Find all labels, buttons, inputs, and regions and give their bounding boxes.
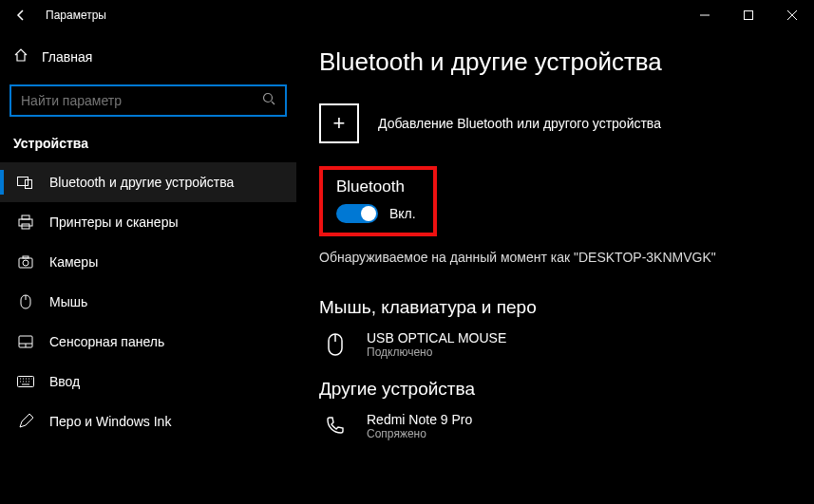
main-content: Bluetooth и другие устройства + Добавлен…: [296, 30, 814, 504]
sidebar-item-typing[interactable]: Ввод: [0, 362, 296, 401]
svg-rect-2: [18, 177, 28, 186]
bluetooth-toggle[interactable]: [336, 204, 378, 223]
close-button[interactable]: [770, 0, 814, 30]
pen-icon: [17, 413, 34, 430]
device-item-phone[interactable]: Redmi Note 9 Pro Сопряжено: [319, 409, 814, 443]
sidebar-item-label: Перо и Windows Ink: [49, 414, 171, 429]
device-status: Подключено: [367, 345, 506, 359]
section-other-devices: Другие устройства: [319, 379, 814, 400]
toggle-state-text: Вкл.: [389, 206, 416, 221]
sidebar: Главная Устройства Bluetooth и другие ус…: [0, 30, 296, 504]
maximize-button[interactable]: [727, 0, 770, 30]
device-item-mouse[interactable]: USB OPTICAL MOUSE Подключено: [319, 327, 814, 362]
minimize-button[interactable]: [683, 0, 727, 30]
sidebar-item-mouse[interactable]: Мышь: [0, 282, 296, 322]
discoverable-text: Обнаруживаемое на данный момент как "DES…: [319, 250, 814, 265]
section-mouse-keyboard: Мышь, клавиатура и перо: [319, 297, 814, 318]
home-icon: [13, 47, 28, 65]
add-device-button[interactable]: + Добавление Bluetooth или другого устро…: [319, 103, 814, 143]
sidebar-item-label: Камеры: [49, 254, 98, 270]
svg-rect-0: [745, 11, 753, 20]
titlebar: Параметры: [0, 0, 814, 30]
add-device-label: Добавление Bluetooth или другого устройс…: [378, 116, 661, 131]
home-link[interactable]: Главная: [0, 40, 296, 73]
keyboard-icon: [17, 373, 34, 390]
sidebar-item-cameras[interactable]: Камеры: [0, 242, 296, 282]
mouse-device-icon: [323, 327, 348, 362]
section-title: Устройства: [0, 126, 296, 159]
sidebar-item-touchpad[interactable]: Сенсорная панель: [0, 322, 296, 362]
home-label: Главная: [42, 49, 92, 65]
svg-rect-9: [23, 256, 28, 258]
bluetooth-highlight: Bluetooth Вкл.: [319, 166, 437, 236]
back-button[interactable]: [13, 8, 28, 23]
page-title: Bluetooth и другие устройства: [319, 47, 814, 77]
devices-icon: [17, 174, 34, 191]
bluetooth-label: Bluetooth: [336, 177, 416, 196]
sidebar-item-label: Ввод: [49, 374, 80, 389]
search-box[interactable]: [9, 84, 287, 117]
sidebar-item-label: Bluetooth и другие устройства: [49, 175, 234, 190]
printer-icon: [17, 214, 34, 231]
sidebar-item-bluetooth[interactable]: Bluetooth и другие устройства: [0, 162, 296, 202]
window-title: Параметры: [46, 9, 106, 22]
sidebar-item-printers[interactable]: Принтеры и сканеры: [0, 202, 296, 242]
search-icon: [262, 92, 275, 109]
sidebar-item-label: Сенсорная панель: [49, 334, 164, 349]
plus-icon: +: [319, 103, 359, 143]
device-name: Redmi Note 9 Pro: [367, 412, 472, 427]
touchpad-icon: [17, 333, 34, 350]
sidebar-item-label: Мышь: [49, 294, 87, 309]
sidebar-item-label: Принтеры и сканеры: [49, 215, 178, 230]
phone-device-icon: [323, 409, 348, 443]
sidebar-item-pen[interactable]: Перо и Windows Ink: [0, 401, 296, 441]
search-input[interactable]: [21, 93, 262, 108]
toggle-knob: [361, 206, 376, 221]
svg-point-8: [23, 260, 28, 266]
device-name: USB OPTICAL MOUSE: [367, 330, 506, 345]
window-controls: [683, 0, 814, 30]
svg-point-1: [264, 94, 273, 103]
device-status: Сопряжено: [367, 427, 472, 440]
mouse-icon: [17, 293, 34, 310]
camera-icon: [17, 253, 34, 271]
svg-rect-4: [22, 215, 29, 219]
svg-rect-5: [19, 219, 32, 226]
